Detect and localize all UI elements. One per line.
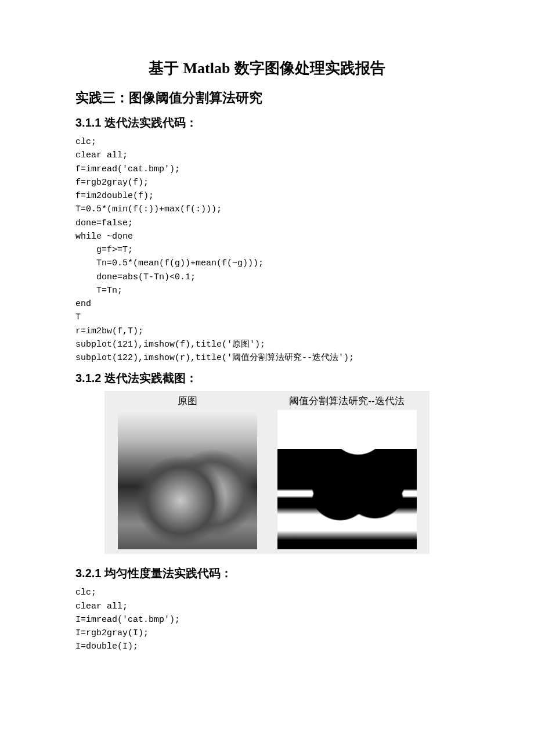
main-title: 基于 Matlab 数字图像处理实践报告 (75, 58, 459, 78)
figure-right-image (277, 410, 417, 549)
figure-right-caption: 阈值分割算法研究--迭代法 (289, 394, 404, 408)
figure-right-col: 阈值分割算法研究--迭代法 (270, 394, 424, 549)
figure-area: 原图 阈值分割算法研究--迭代法 (104, 391, 430, 554)
code-block-311: clc; clear all; f=imread('cat.bmp'); f=r… (75, 135, 459, 365)
title-suffix: 数字图像处理实践报告 (230, 59, 385, 77)
code-block-321: clc; clear all; I=imread('cat.bmp'); I=r… (75, 586, 459, 653)
subsection-312-title: 3.1.2 迭代法实践截图： (75, 370, 459, 386)
figure-left-caption: 原图 (178, 394, 197, 408)
figure-left-col: 原图 (110, 394, 264, 549)
subsection-321-title: 3.2.1 均匀性度量法实践代码： (75, 566, 459, 581)
figure-left-image (118, 410, 257, 549)
section-title: 实践三：图像阈值分割算法研究 (75, 89, 459, 107)
title-prefix: 基于 (149, 59, 183, 77)
title-latin: Matlab (183, 60, 230, 77)
subsection-311-title: 3.1.1 迭代法实践代码： (75, 115, 459, 131)
